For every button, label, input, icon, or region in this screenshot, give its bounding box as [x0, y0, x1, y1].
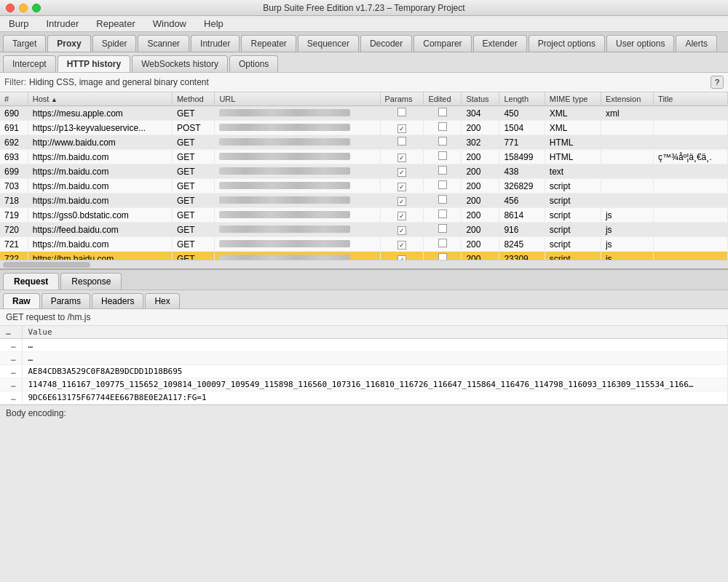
tab-target[interactable]: Target [3, 35, 46, 52]
tab-response[interactable]: Response [60, 273, 122, 290]
cell-url [215, 208, 380, 223]
col-header-mime[interactable]: MIME type [545, 92, 601, 106]
table-row[interactable]: 720 https://feed.baidu.com GET 200 916 s… [0, 223, 728, 237]
cell-params [380, 194, 424, 208]
cell-ext [601, 121, 653, 135]
cell-status: 200 [462, 150, 499, 164]
cell-url [215, 135, 380, 150]
tab-comparer[interactable]: Comparer [414, 35, 471, 52]
cell-params [380, 106, 424, 121]
tab-raw[interactable]: Raw [3, 293, 40, 308]
cell-length: 771 [499, 135, 545, 150]
menu-window[interactable]: Window [150, 17, 189, 31]
table-row[interactable]: 690 https://mesu.apple.com GET 304 450 X… [0, 106, 728, 121]
cell-mime: XML [545, 121, 601, 135]
col-header-edited[interactable]: Edited [424, 92, 462, 106]
tab-hex[interactable]: Hex [145, 293, 179, 308]
cell-status: 200 [462, 121, 499, 135]
cell-id: 719 [0, 208, 28, 223]
menu-help[interactable]: Help [201, 17, 226, 31]
cell-params [380, 164, 424, 179]
cell-status: 200 [462, 223, 499, 237]
filter-help-button[interactable]: ? [711, 76, 724, 89]
cell-url [215, 164, 380, 179]
filter-value[interactable]: Hiding CSS, image and general binary con… [29, 77, 209, 87]
col-header-host[interactable]: Host [28, 92, 172, 106]
tab-scanner[interactable]: Scanner [138, 35, 189, 52]
table-row[interactable]: 693 https://m.baidu.com GET 200 158499 H… [0, 150, 728, 164]
tab-headers[interactable]: Headers [92, 293, 143, 308]
menu-intruder[interactable]: Intruder [43, 17, 82, 31]
cell-host: http://www.baidu.com [28, 135, 172, 150]
table-row[interactable]: 703 https://m.baidu.com GET 200 326829 s… [0, 179, 728, 194]
raw-cell-value: … [22, 352, 728, 365]
col-header-id[interactable]: # [0, 92, 28, 106]
cell-edited [424, 164, 462, 179]
cell-edited [424, 135, 462, 150]
table-row[interactable]: 699 https://m.baidu.com GET 200 438 text [0, 164, 728, 179]
table-row[interactable]: 719 https://gss0.bdstatic.com GET 200 86… [0, 208, 728, 223]
raw-cell-key: … [0, 352, 22, 365]
table-row[interactable]: 721 https://m.baidu.com GET 200 8245 scr… [0, 237, 728, 252]
table-row[interactable]: 718 https://m.baidu.com GET 200 456 scri… [0, 194, 728, 208]
cell-mime: HTML [545, 150, 601, 164]
cell-id: 703 [0, 179, 28, 194]
tab-intruder[interactable]: Intruder [191, 35, 240, 52]
cell-ext: js [601, 237, 653, 252]
cell-id: 721 [0, 237, 28, 252]
tab-decoder[interactable]: Decoder [360, 35, 412, 52]
table-row[interactable]: 722 https://hm.baidu.com GET 200 23309 s… [0, 252, 728, 260]
cell-length: 438 [499, 164, 545, 179]
tab-params[interactable]: Params [41, 293, 90, 308]
tab-intercept[interactable]: Intercept [3, 55, 56, 72]
tab-project-options[interactable]: Project options [529, 35, 605, 52]
col-header-title[interactable]: Title [654, 92, 728, 106]
cell-title [654, 237, 728, 252]
tab-http-history[interactable]: HTTP history [58, 55, 130, 72]
bottom-section: Request Response Raw Params Headers Hex … [0, 268, 728, 404]
tab-sequencer[interactable]: Sequencer [298, 35, 359, 52]
cell-host: https://feed.baidu.com [28, 223, 172, 237]
tab-options[interactable]: Options [229, 55, 278, 72]
cell-length: 916 [499, 223, 545, 237]
table-row[interactable]: 692 http://www.baidu.com GET 302 771 HTM… [0, 135, 728, 150]
cell-host: https://p13-keyvalueservice... [28, 121, 172, 135]
cell-ext: js [601, 223, 653, 237]
col-header-method[interactable]: Method [172, 92, 214, 106]
tab-extender[interactable]: Extender [473, 35, 527, 52]
table-row[interactable]: 691 https://p13-keyvalueservice... POST … [0, 121, 728, 135]
col-header-status[interactable]: Status [462, 92, 499, 106]
minimize-button[interactable] [19, 4, 28, 12]
raw-table-row: … 114748_116167_109775_115652_109814_100… [0, 378, 728, 391]
col-header-ext[interactable]: Extension [601, 92, 653, 106]
tab-repeater[interactable]: Repeater [241, 35, 296, 52]
tab-spider[interactable]: Spider [92, 35, 137, 52]
close-button[interactable] [6, 4, 15, 12]
tab-websockets-history[interactable]: WebSockets history [132, 55, 228, 72]
menu-burp[interactable]: Burp [6, 17, 31, 31]
col-header-length[interactable]: Length [499, 92, 545, 106]
cell-url [215, 150, 380, 164]
cell-edited [424, 121, 462, 135]
table-header-row: # Host Method URL Params Edited Status L… [0, 92, 728, 106]
cell-title [654, 179, 728, 194]
cell-title [654, 208, 728, 223]
col-header-params[interactable]: Params [380, 92, 424, 106]
cell-method: GET [172, 135, 214, 150]
http-history-table-container: # Host Method URL Params Edited Status L… [0, 92, 728, 260]
col-header-url[interactable]: URL [215, 92, 380, 106]
maximize-button[interactable] [32, 4, 41, 12]
cell-title [654, 121, 728, 135]
tab-proxy[interactable]: Proxy [47, 35, 90, 52]
cell-url [215, 106, 380, 121]
tab-user-options[interactable]: User options [606, 35, 674, 52]
cell-edited [424, 106, 462, 121]
tab-alerts[interactable]: Alerts [676, 35, 717, 52]
horizontal-scrollbar[interactable] [0, 260, 728, 268]
cell-method: GET [172, 252, 214, 260]
raw-table-row: … … [0, 352, 728, 365]
filter-bar: Filter: Hiding CSS, image and general bi… [0, 73, 728, 92]
tab-request[interactable]: Request [3, 273, 59, 290]
raw-table-row: … 9DC6E613175F67744EE667B8E0E2A117:FG=1 [0, 391, 728, 404]
menu-repeater[interactable]: Repeater [93, 17, 138, 31]
